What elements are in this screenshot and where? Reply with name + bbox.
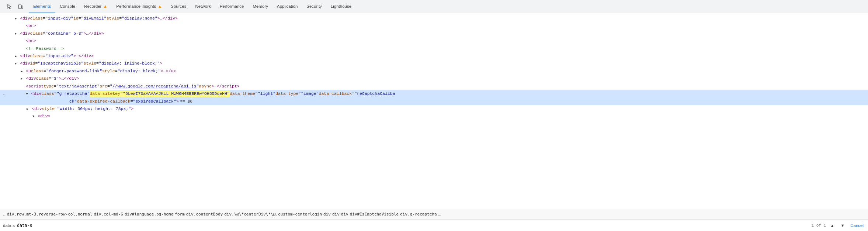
dom-line-3[interactable]: ▶ <div class="container p-3">…</div> <box>0 30 868 37</box>
dom-line-5[interactable]: <!--Password--> <box>0 45 868 52</box>
breadcrumb-item-2[interactable]: div.col-md-6 <box>94 212 123 217</box>
breadcrumb-item-4[interactable]: form <box>175 212 185 217</box>
performance-insights-warning-icon: ▲ <box>157 4 162 9</box>
breadcrumb-item-6[interactable]: div.\@\*centerDiv\*\@.custom-centerlogin <box>224 212 322 217</box>
devtools-body: ▶ <div class="input-div" id="divEmail" s… <box>0 13 868 231</box>
search-prev-button[interactable]: ▲ <box>828 221 836 230</box>
breadcrumb-item-3[interactable]: div#language.bg-home <box>125 212 173 217</box>
tab-network[interactable]: Network <box>191 0 215 13</box>
dom-line-6[interactable]: ▶ <div class="input-div">…</div> <box>0 52 868 60</box>
toolbar-icons <box>1 1 29 12</box>
svg-rect-0 <box>18 5 21 8</box>
expand-triangle-6[interactable]: ▶ <box>15 54 20 59</box>
tab-elements[interactable]: Elements <box>29 0 55 13</box>
element-picker-button[interactable] <box>4 1 15 12</box>
breadcrumb-end-dots[interactable]: … <box>438 212 441 217</box>
expand-triangle-3[interactable]: ▶ <box>15 31 20 37</box>
dom-line-11[interactable]: … ▼ <div class="g-recaptcha" data-siteke… <box>0 90 868 98</box>
tab-recorder[interactable]: Recorder ▲ <box>80 0 112 13</box>
breadcrumb-item-11[interactable]: div.g-recaptcha <box>400 212 437 217</box>
search-bar: data-s 1 of 1 ▲ ▼ Cancel <box>0 219 868 231</box>
search-cancel-button[interactable]: Cancel <box>849 223 865 228</box>
tab-performance-insights[interactable]: Performance insights ▲ <box>112 0 166 13</box>
tab-security[interactable]: Security <box>302 0 326 13</box>
tab-console[interactable]: Console <box>55 0 80 13</box>
expand-triangle-1[interactable]: ▶ <box>15 16 20 21</box>
search-next-button[interactable]: ▼ <box>839 221 847 230</box>
breadcrumb-item-8[interactable]: div <box>332 212 340 217</box>
search-input[interactable] <box>17 223 809 228</box>
tab-application[interactable]: Application <box>272 0 302 13</box>
expand-triangle-9[interactable]: ▶ <box>21 76 26 82</box>
dom-line-1[interactable]: ▶ <div class="input-div" id="divEmail" s… <box>0 15 868 22</box>
breadcrumb-bar: … div.row.mt-3.reverse-row-col.normal di… <box>0 209 868 219</box>
device-toggle-button[interactable] <box>15 1 26 12</box>
dom-line-7[interactable]: ▼ <div id="IsCaptchaVisible" style="disp… <box>0 60 868 67</box>
breadcrumb-dots[interactable]: … <box>3 212 6 217</box>
breadcrumb-item-9[interactable]: div <box>341 212 348 217</box>
dom-line-2[interactable]: <br> <box>0 22 868 30</box>
tab-bar: Elements Console Recorder ▲ Performance … <box>0 0 868 13</box>
search-count: 1 of 1 <box>812 223 826 228</box>
breadcrumb-item-10[interactable]: div#IsCaptchaVisible <box>350 212 399 217</box>
breadcrumb-item-1[interactable]: div.row.mt-3.reverse-row-col.normal <box>7 212 93 217</box>
dom-line-8[interactable]: ▶ <u class="forgot-password-link" style=… <box>0 68 868 75</box>
dom-tree[interactable]: ▶ <div class="input-div" id="divEmail" s… <box>0 13 868 209</box>
expand-triangle-11[interactable]: ▼ <box>26 92 31 97</box>
tab-performance[interactable]: Performance <box>215 0 249 13</box>
breadcrumb-item-5[interactable]: div.contentBody <box>186 212 223 217</box>
tab-sources[interactable]: Sources <box>166 0 191 13</box>
dom-line-10[interactable]: <script type="text/javascript" src="//ww… <box>0 83 868 90</box>
line-dots: … <box>3 91 6 97</box>
script-src-link[interactable]: //www.google.com/recaptcha/api.js <box>112 84 197 89</box>
expand-triangle-7[interactable]: ▼ <box>15 61 20 66</box>
tab-memory[interactable]: Memory <box>248 0 272 13</box>
highlighted-attr: data-sitekey <box>90 90 120 97</box>
dom-line-4[interactable]: <br> <box>0 37 868 45</box>
dom-line-13[interactable]: ▼ <div> <box>0 113 868 120</box>
recorder-warning-icon: ▲ <box>103 4 107 9</box>
expand-triangle-8[interactable]: ▶ <box>21 69 26 74</box>
dom-line-12[interactable]: ▶ <div style="width: 304px; height: 78px… <box>0 105 868 113</box>
svg-rect-1 <box>22 6 23 8</box>
search-label: data-s <box>3 223 15 228</box>
dom-line-9[interactable]: ▶ <div class="3">…</div> <box>0 75 868 82</box>
elements-panel: ▶ <div class="input-div" id="divEmail" s… <box>0 13 868 231</box>
tab-lighthouse[interactable]: Lighthouse <box>326 0 356 13</box>
expand-triangle-13[interactable]: ▼ <box>32 114 38 119</box>
breadcrumb-item-7[interactable]: div <box>323 212 331 217</box>
dom-line-11-wrap[interactable]: ck" data-expired-callback="expiredCallba… <box>0 98 868 106</box>
expand-triangle-12[interactable]: ▶ <box>27 107 32 112</box>
